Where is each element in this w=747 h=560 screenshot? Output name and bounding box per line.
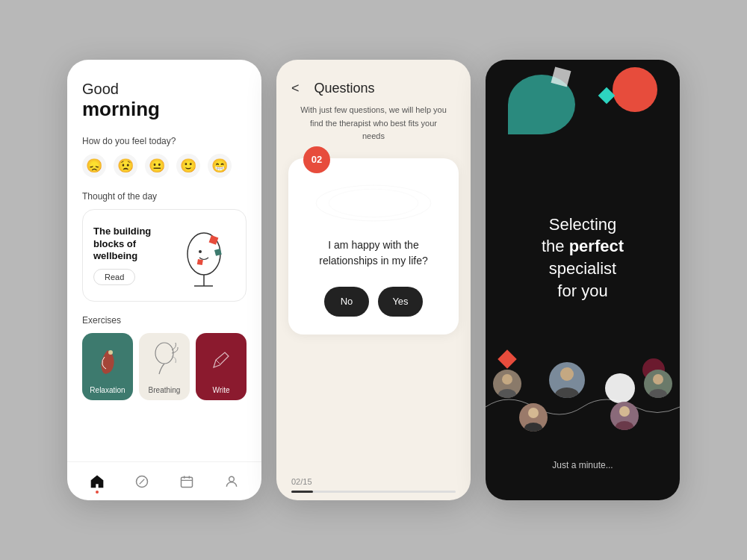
thought-illustration — [176, 220, 235, 290]
phone-screen-1: Good morning How do you feel today? 😞 😟 … — [67, 60, 261, 500]
s3-sub-text: Just a minute... — [552, 460, 613, 470]
question-buttons: No Yes — [324, 287, 423, 317]
emoji-1[interactable]: 😞 — [82, 154, 106, 178]
specialist-avatars — [486, 366, 680, 441]
avatar-4 — [519, 403, 548, 432]
thought-read-button[interactable]: Read — [93, 269, 135, 285]
greeting-sub: Good — [82, 81, 247, 98]
avatar-3 — [644, 370, 672, 398]
phone-screen-2: < Questions With just few questions, we … — [276, 60, 471, 500]
svg-rect-10 — [182, 477, 193, 487]
no-button[interactable]: No — [324, 287, 369, 317]
nav-active-dot — [96, 491, 99, 494]
wave-decoration — [303, 181, 444, 225]
svg-point-19 — [560, 367, 574, 381]
progress-bar-bg — [291, 491, 456, 493]
svg-point-8 — [155, 343, 173, 364]
exercise-breathing[interactable]: Breathing — [139, 333, 190, 400]
nav-home[interactable] — [84, 468, 111, 495]
svg-point-23 — [528, 408, 539, 418]
yes-button[interactable]: Yes — [378, 287, 423, 317]
progress-label: 02/15 — [291, 477, 456, 486]
breathing-icon — [146, 337, 183, 382]
progress-area: 02/15 — [276, 462, 471, 500]
svg-point-15 — [316, 185, 431, 221]
exercise-relaxation[interactable]: Relaxation — [82, 333, 133, 400]
svg-point-25 — [619, 406, 630, 417]
thought-section-label: Thought of the day — [82, 191, 247, 202]
svg-point-6 — [199, 250, 202, 253]
back-button[interactable]: < — [291, 81, 300, 96]
exercise-relaxation-label: Relaxation — [90, 386, 125, 394]
headline-selecting: Selecting — [549, 215, 617, 234]
emoji-row: 😞 😟 😐 🙂 😁 — [82, 154, 247, 178]
greeting-main: morning — [82, 98, 247, 121]
thought-title: The building blocks of wellbeing — [93, 225, 168, 264]
questions-desc: With just few questions, we will help yo… — [276, 104, 471, 143]
emoji-2[interactable]: 😟 — [114, 154, 137, 178]
relaxation-icon — [94, 346, 121, 382]
svg-point-14 — [229, 476, 235, 482]
nav-profile[interactable] — [218, 468, 245, 495]
avatar-5 — [610, 402, 639, 430]
svg-point-17 — [502, 374, 512, 385]
exercise-writing[interactable]: Write — [196, 333, 247, 400]
svg-point-21 — [653, 374, 663, 385]
s2-header: < Questions — [276, 60, 471, 104]
progress-bar-fill — [291, 491, 313, 493]
phone-screen-3: Selecting the perfect specialist for you — [486, 60, 680, 500]
avatar-2 — [549, 362, 585, 398]
question-text: I am happy with the relationships in my … — [303, 237, 444, 269]
emoji-4[interactable]: 🙂 — [176, 154, 200, 178]
headline-foryou: for you — [557, 281, 607, 300]
question-card: 02 I am happy with the relationships in … — [288, 158, 459, 335]
headline-specialist: specialist — [549, 259, 616, 278]
svg-point-24 — [524, 423, 542, 432]
avatar-1 — [493, 370, 521, 398]
questions-title: Questions — [314, 81, 375, 96]
exercise-breathing-label: Breathing — [149, 386, 181, 394]
bottom-nav — [67, 461, 261, 500]
exercises-section-label: Exercises — [82, 315, 247, 326]
shape-red — [613, 67, 657, 112]
emoji-5[interactable]: 😁 — [208, 154, 232, 178]
svg-point-16 — [329, 189, 418, 217]
thought-card[interactable]: The building blocks of wellbeing Read — [82, 209, 247, 302]
svg-point-26 — [616, 421, 633, 430]
feel-label: How do you feel today? — [82, 136, 247, 146]
svg-point-7 — [108, 350, 113, 355]
nav-explore[interactable] — [128, 468, 155, 495]
exercise-writing-label: Write — [212, 386, 229, 394]
emoji-3[interactable]: 😐 — [145, 154, 169, 178]
headline-perfect: perfect — [569, 237, 624, 255]
svg-rect-5 — [197, 259, 203, 265]
exercises-row: Relaxation Breathing — [82, 333, 247, 400]
nav-calendar[interactable] — [173, 468, 200, 495]
svg-rect-3 — [209, 235, 219, 245]
s3-headline: Selecting the perfect specialist for you — [527, 214, 639, 302]
question-number: 02 — [303, 146, 330, 173]
